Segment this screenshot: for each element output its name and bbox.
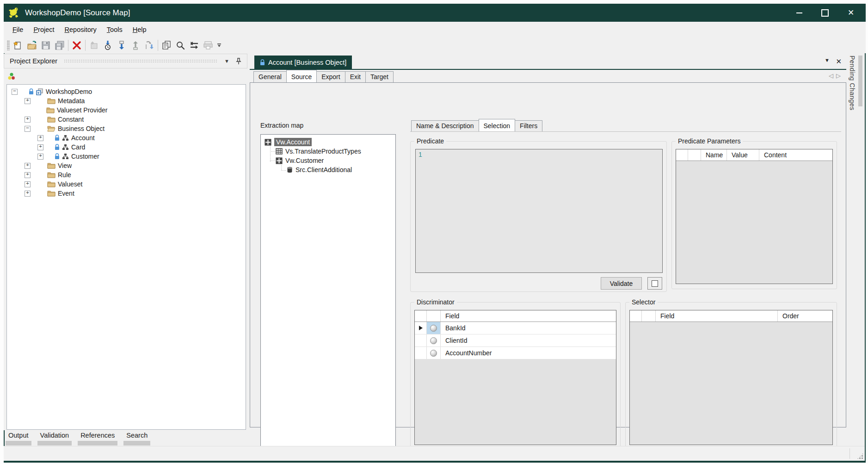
column-value[interactable]: Value xyxy=(727,149,759,161)
tab-general[interactable]: General xyxy=(253,71,287,82)
tab-export[interactable]: Export xyxy=(316,71,345,82)
maximize-button[interactable] xyxy=(812,4,838,22)
radio-cell[interactable] xyxy=(427,322,441,334)
column-order[interactable]: Order xyxy=(778,310,832,322)
discriminator-row-clientid[interactable]: ClientId xyxy=(415,334,616,347)
print-button[interactable] xyxy=(201,39,215,51)
document-close-button[interactable]: ✕ xyxy=(836,57,842,66)
tree-item-view[interactable]: View xyxy=(7,161,246,170)
predicate-parameters-grid[interactable]: Name Value Content xyxy=(676,149,833,284)
toolbar-overflow-button[interactable] xyxy=(215,39,223,51)
tree-item-workshopdemo[interactable]: WorkshopDemo xyxy=(7,87,246,96)
pending-changes-tab[interactable]: Pending Changes xyxy=(849,56,862,111)
map-node-vw-customer[interactable]: Vw.Customer xyxy=(261,156,395,165)
bottom-tab-output[interactable]: Output xyxy=(6,430,31,445)
tree-item-account[interactable]: Account xyxy=(7,133,246,142)
column-field[interactable]: Field xyxy=(441,310,616,322)
tab-filters[interactable]: Filters xyxy=(515,120,542,131)
tree-item-customer[interactable]: Customer xyxy=(7,152,246,161)
radio-cell[interactable] xyxy=(427,347,441,359)
bottom-tab-search[interactable]: Search xyxy=(123,430,150,445)
save-button[interactable] xyxy=(39,39,53,51)
expand-icon[interactable] xyxy=(25,98,31,104)
tab-scroll-right-icon[interactable]: ▷ xyxy=(836,72,841,79)
radio-button[interactable] xyxy=(430,325,437,332)
undo-checkout-button[interactable] xyxy=(142,39,156,51)
expand-icon[interactable] xyxy=(37,144,43,150)
tree-item-event[interactable]: Event xyxy=(7,189,246,198)
tree-item-valueset[interactable]: Valueset xyxy=(7,179,246,189)
collapse-icon[interactable] xyxy=(12,89,18,95)
document-list-dropdown[interactable]: ▼ xyxy=(825,57,830,63)
predicate-editor[interactable]: 1 xyxy=(415,149,663,273)
radio-button[interactable] xyxy=(430,350,437,357)
document-tab[interactable]: Account [Business Object] xyxy=(254,56,352,69)
titlebar[interactable]: WorkshopDemo [Source Map] ✕ xyxy=(4,4,866,22)
pin-icon[interactable] xyxy=(236,58,241,65)
column-field[interactable]: Field xyxy=(656,310,778,322)
tab-target[interactable]: Target xyxy=(365,71,394,82)
tab-scroll-left-icon[interactable]: ◁ xyxy=(829,72,833,79)
tree-item-valueset-provider[interactable]: Valueset Provider xyxy=(7,105,246,115)
bottom-tab-references[interactable]: References xyxy=(78,430,117,445)
row-header-cell[interactable] xyxy=(415,347,427,359)
predicate-option-button[interactable] xyxy=(647,277,662,290)
open-button[interactable] xyxy=(25,39,39,51)
menu-tools[interactable]: Tools xyxy=(102,26,128,33)
menu-project[interactable]: Project xyxy=(28,26,59,33)
map-node-src-clientadditional[interactable]: Src.ClientAdditional xyxy=(261,165,395,174)
bottom-tab-validation[interactable]: Validation xyxy=(37,430,72,445)
selector-grid[interactable]: Field Order xyxy=(629,310,833,445)
tree-item-metadata[interactable]: Metadata xyxy=(7,96,246,105)
column-name[interactable]: Name xyxy=(701,149,727,161)
row-header-cell[interactable] xyxy=(415,334,427,346)
panel-dropdown-icon[interactable]: ▼ xyxy=(224,58,229,64)
new-button[interactable] xyxy=(11,39,25,51)
tree-item-card[interactable]: Card xyxy=(7,142,246,152)
resize-grip[interactable] xyxy=(857,453,863,459)
schedule-button[interactable] xyxy=(101,39,115,51)
menu-file[interactable]: File xyxy=(7,26,28,33)
tree-item-business-object[interactable]: Business Object xyxy=(7,124,246,133)
discriminator-row-accountnumber[interactable]: AccountNumber xyxy=(415,347,616,359)
expand-icon[interactable] xyxy=(25,181,31,187)
tab-name-description[interactable]: Name & Description xyxy=(411,120,479,131)
radio-button[interactable] xyxy=(430,337,437,344)
expand-icon[interactable] xyxy=(25,191,31,197)
map-node-vs-translateproducttypes[interactable]: Vs.TranslateProductTypes xyxy=(261,147,395,156)
compare-button[interactable] xyxy=(187,39,201,51)
discriminator-row-bankid[interactable]: BankId xyxy=(415,322,616,334)
expand-icon[interactable] xyxy=(37,135,43,141)
delete-button[interactable] xyxy=(70,39,84,51)
menu-help[interactable]: Help xyxy=(128,26,152,33)
minimize-button[interactable] xyxy=(786,4,812,22)
validate-button[interactable]: Validate xyxy=(601,277,642,290)
row-header-cell[interactable] xyxy=(415,322,427,334)
expand-icon[interactable] xyxy=(25,172,31,178)
add-button[interactable] xyxy=(87,39,101,51)
properties-button[interactable] xyxy=(160,39,173,51)
expand-icon[interactable] xyxy=(25,117,31,123)
column-content[interactable]: Content xyxy=(759,149,832,161)
map-node-vw-account[interactable]: Vw.Account xyxy=(261,137,395,147)
toolbar-separator xyxy=(85,40,86,51)
traffic-light-icon[interactable] xyxy=(7,72,16,80)
radio-cell[interactable] xyxy=(427,334,441,346)
project-explorer-header[interactable]: Project Explorer ▼ xyxy=(4,54,247,68)
check-in-button[interactable] xyxy=(129,39,142,51)
close-button[interactable]: ✕ xyxy=(838,4,864,22)
expand-icon[interactable] xyxy=(37,154,43,160)
grip-handle[interactable] xyxy=(7,40,10,50)
save-all-button[interactable] xyxy=(53,39,67,51)
tree-item-constant[interactable]: Constant xyxy=(7,115,246,124)
expand-icon[interactable] xyxy=(25,163,31,169)
tab-selection[interactable]: Selection xyxy=(479,119,516,131)
tree-item-rule[interactable]: Rule xyxy=(7,170,246,179)
search-button[interactable] xyxy=(173,39,187,51)
get-latest-button[interactable] xyxy=(115,39,129,51)
tab-source[interactable]: Source xyxy=(286,70,317,82)
tab-exit[interactable]: Exit xyxy=(345,71,366,82)
discriminator-grid[interactable]: Field BankId ClientId xyxy=(414,310,616,445)
menu-repository[interactable]: Repository xyxy=(60,26,102,33)
collapse-icon[interactable] xyxy=(25,126,31,132)
